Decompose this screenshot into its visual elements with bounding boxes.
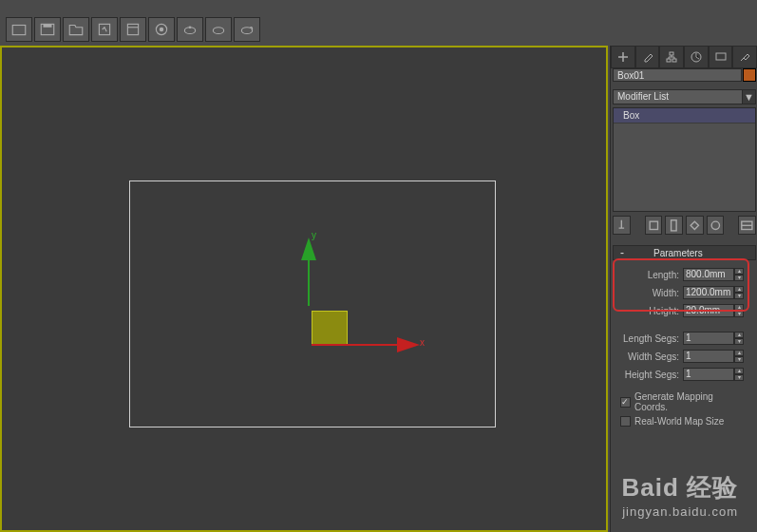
real-world-checkbox[interactable]: [620, 416, 631, 427]
width-segs-row: Width Segs: 1 ▴▾: [616, 348, 752, 365]
watermark-sub: jingyan.baidu.com: [621, 504, 738, 519]
display-tab[interactable]: [709, 46, 733, 68]
height-row: Height: 20.0mm ▴▾: [616, 302, 752, 319]
top-toolbar: [2, 15, 264, 44]
modifier-stack-buttons: [613, 215, 756, 236]
y-axis-arrow: [306, 238, 312, 306]
modifier-stack[interactable]: Box: [613, 107, 756, 212]
gen-mapping-row[interactable]: ✓ Generate Mapping Coords.: [616, 390, 752, 414]
svg-rect-17: [650, 221, 657, 229]
watermark: Baid 经验 jingyan.baidu.com: [621, 471, 738, 519]
rollout-toggle: -: [617, 248, 627, 257]
toolbar-btn-7[interactable]: [177, 17, 203, 42]
length-segs-input[interactable]: 1: [683, 332, 734, 345]
show-end-result-button[interactable]: [645, 216, 663, 235]
remove-modifier-button[interactable]: [686, 216, 704, 235]
x-axis-arrow: [312, 342, 414, 348]
width-input[interactable]: 1200.0mm: [683, 286, 734, 299]
toolbar-btn-5[interactable]: [120, 17, 146, 42]
svg-point-11: [241, 28, 252, 34]
viewport[interactable]: y x: [0, 46, 608, 532]
height-spinner[interactable]: ▴▾: [734, 304, 744, 317]
utilities-tab[interactable]: [732, 46, 757, 68]
dropdown-arrow-icon: ▼: [742, 90, 755, 104]
modify-tab[interactable]: [635, 46, 660, 68]
svg-rect-16: [716, 53, 726, 60]
length-spinner[interactable]: ▴▾: [734, 268, 744, 281]
height-label: Height:: [616, 306, 683, 316]
rollout-title: Parameters: [653, 248, 703, 258]
real-world-row[interactable]: Real-World Map Size: [616, 414, 752, 428]
svg-rect-2: [44, 24, 52, 27]
modifier-stack-item[interactable]: Box: [614, 108, 755, 124]
svg-rect-14: [672, 59, 676, 62]
width-spinner[interactable]: ▴▾: [734, 286, 744, 299]
pin-stack-button[interactable]: [613, 216, 631, 235]
create-tab[interactable]: [611, 46, 635, 68]
toolbar-btn-9[interactable]: [234, 17, 260, 42]
toolbar-btn-2[interactable]: [34, 17, 61, 42]
toolbar-btn-6[interactable]: [148, 17, 175, 42]
svg-point-10: [213, 28, 223, 34]
viewport-frame: [129, 180, 496, 428]
width-segs-label: Width Segs:: [616, 352, 683, 362]
gen-mapping-checkbox[interactable]: ✓: [620, 397, 631, 408]
command-panel: Box01 Modifier List ▼ Box - Parameters L…: [610, 46, 757, 532]
configure-sets-button[interactable]: [707, 216, 725, 235]
svg-rect-13: [667, 59, 671, 62]
length-row: Length: 800.0mm ▴▾: [616, 266, 752, 283]
modifier-list-label: Modifier List: [614, 90, 742, 104]
toolbar-btn-4[interactable]: [91, 17, 118, 42]
watermark-main: Baid 经验: [621, 471, 738, 504]
svg-point-19: [711, 221, 719, 229]
make-unique-button[interactable]: [665, 216, 683, 235]
toolbar-btn-8[interactable]: [205, 17, 232, 42]
length-segs-row: Length Segs: 1 ▴▾: [616, 330, 752, 347]
command-panel-tabs: [611, 46, 757, 68]
length-segs-spinner[interactable]: ▴▾: [734, 332, 744, 345]
svg-point-7: [160, 28, 164, 32]
height-segs-row: Height Segs: 1 ▴▾: [616, 366, 752, 383]
parameters-rollout-header[interactable]: - Parameters: [613, 245, 756, 260]
modifier-sets-button[interactable]: [738, 216, 756, 235]
height-segs-spinner[interactable]: ▴▾: [734, 368, 744, 381]
width-segs-spinner[interactable]: ▴▾: [734, 350, 744, 363]
toolbar-btn-3[interactable]: [63, 17, 89, 42]
real-world-label: Real-World Map Size: [634, 416, 724, 427]
height-segs-input[interactable]: 1: [683, 368, 734, 381]
axis-x-label: x: [420, 337, 425, 348]
parameters-rollout: - Parameters Length: 800.0mm ▴▾ Width: 1…: [613, 245, 756, 434]
gen-mapping-label: Generate Mapping Coords.: [634, 391, 748, 412]
svg-rect-3: [99, 24, 109, 34]
toolbar-btn-1[interactable]: [6, 17, 32, 42]
svg-rect-4: [127, 24, 138, 34]
height-segs-label: Height Segs:: [616, 370, 683, 380]
object-color-swatch[interactable]: [743, 68, 756, 82]
length-label: Length:: [616, 270, 683, 280]
width-label: Width:: [616, 288, 683, 298]
length-segs-label: Length Segs:: [616, 333, 683, 344]
box-object[interactable]: [312, 311, 348, 345]
height-input[interactable]: 20.0mm: [683, 304, 734, 317]
svg-rect-0: [12, 26, 26, 35]
svg-rect-9: [189, 27, 191, 28]
object-name-field[interactable]: Box01: [613, 68, 742, 82]
svg-rect-12: [670, 52, 673, 55]
svg-rect-18: [672, 219, 677, 230]
hierarchy-tab[interactable]: [659, 46, 684, 68]
width-row: Width: 1200.0mm ▴▾: [616, 284, 752, 301]
motion-tab[interactable]: [684, 46, 709, 68]
modifier-list-dropdown[interactable]: Modifier List ▼: [613, 89, 756, 104]
width-segs-input[interactable]: 1: [683, 350, 734, 363]
length-input[interactable]: 800.0mm: [683, 268, 734, 281]
